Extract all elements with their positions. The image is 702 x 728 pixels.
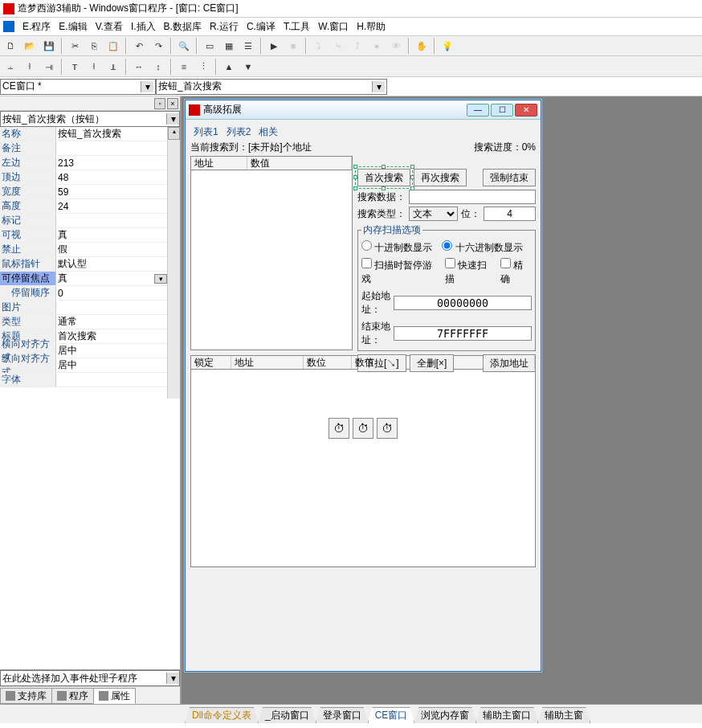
close-icon[interactable]: × (167, 98, 178, 109)
chevron-down-icon[interactable]: ▾ (166, 673, 179, 684)
property-value[interactable] (56, 373, 167, 387)
close-button[interactable]: ✕ (515, 104, 537, 117)
property-value[interactable]: 真 (56, 228, 167, 243)
start-addr-input[interactable] (394, 296, 532, 310)
lower-list-body[interactable]: ⏱ ⏱ ⏱ (190, 370, 536, 567)
menu-compile[interactable]: C.编译 (247, 20, 275, 34)
control-combo[interactable]: 按钮_首次搜索 ▾ (156, 79, 387, 95)
property-value[interactable] (56, 141, 167, 156)
tab-login-window[interactable]: 登录窗口 (316, 707, 369, 723)
child-window-titlebar[interactable]: 高级拓展 — ☐ ✕ (186, 100, 541, 120)
tab-list2[interactable]: 列表2 (227, 125, 251, 139)
run-icon[interactable]: ▶ (265, 37, 283, 55)
bring-front-icon[interactable]: ▲ (220, 58, 238, 76)
watch-icon[interactable]: 👁 (387, 37, 405, 55)
pin-icon[interactable]: ▫ (154, 98, 165, 109)
bits-input[interactable] (484, 207, 536, 221)
open-icon[interactable]: 📂 (21, 37, 39, 55)
breakpoint-icon[interactable]: ● (368, 37, 386, 55)
property-value[interactable]: 首次搜索 (56, 329, 167, 344)
col-lock[interactable]: 锁定 (191, 356, 231, 369)
tab-list1[interactable]: 列表1 (194, 125, 218, 139)
align-center-icon[interactable]: ⫲ (21, 58, 39, 76)
redo-icon[interactable]: ↷ (149, 37, 167, 55)
menu-program[interactable]: E.程序 (22, 20, 51, 34)
property-value[interactable] (56, 301, 167, 315)
tab-program[interactable]: 程序 (51, 688, 94, 704)
search-type-select[interactable]: 文本 (409, 207, 458, 221)
window-combo[interactable]: CE窗口 * ▾ (0, 79, 156, 95)
tab-ce-window[interactable]: CE窗口 (368, 707, 415, 723)
event-combo[interactable]: 在此处选择加入事件处理子程序 ▾ (0, 670, 180, 686)
hand-icon[interactable]: ✋ (413, 37, 431, 55)
stop-icon[interactable]: ■ (284, 37, 302, 55)
copy-icon[interactable]: ⎘ (85, 37, 103, 55)
align-left-icon[interactable]: ⫠ (2, 58, 19, 76)
undo-icon[interactable]: ↶ (130, 37, 148, 55)
step-into-icon[interactable]: ⤷ (329, 37, 347, 55)
col-digits[interactable]: 数位 (304, 356, 352, 369)
property-row[interactable]: 图片 (0, 301, 167, 315)
form-icon[interactable]: ▭ (201, 37, 218, 55)
property-value[interactable]: 0 (56, 286, 167, 301)
tab-startup-window[interactable]: _启动窗口 (258, 707, 316, 723)
property-value[interactable]: 48 (56, 170, 167, 185)
property-row[interactable]: 可停留焦点真▾ (0, 272, 167, 286)
property-grid[interactable]: 名称按钮_首次搜索备注左边213顶边48宽度59高度24标记可视真禁止假鼠标指针… (0, 127, 167, 399)
maximize-button[interactable]: ☐ (491, 104, 513, 117)
chevron-down-icon[interactable]: ▾ (154, 274, 167, 284)
property-row[interactable]: 字体 (0, 373, 167, 387)
property-object-combo[interactable]: 按钮_首次搜索（按钮） ▾ (0, 111, 180, 127)
col-address2[interactable]: 地址 (231, 356, 304, 369)
menu-insert[interactable]: I.插入 (131, 20, 156, 34)
step-out-icon[interactable]: ⤴ (349, 37, 366, 55)
property-row[interactable]: 禁止假 (0, 243, 167, 257)
property-row[interactable]: 宽度59 (0, 185, 167, 199)
menu-window[interactable]: W.窗口 (318, 20, 349, 34)
tab-assist-main2[interactable]: 辅助主窗 (537, 707, 590, 723)
scroll-up-icon[interactable]: ▴ (168, 127, 180, 140)
radio-decimal[interactable]: 十进制数显示 (361, 240, 432, 255)
property-row[interactable]: 高度24 (0, 199, 167, 214)
tab-support-lib[interactable]: 支持库 (0, 688, 52, 704)
property-row[interactable]: 可视真 (0, 228, 167, 243)
menu-tools[interactable]: T.工具 (284, 20, 310, 34)
tab-dll-def[interactable]: Dll命令定义表 (185, 707, 259, 723)
property-value[interactable]: 213 (56, 156, 167, 170)
property-row[interactable]: 备注 (0, 141, 167, 156)
align-top-icon[interactable]: ⫪ (66, 58, 84, 76)
dist-h-icon[interactable]: ≡ (175, 58, 193, 76)
timer-icon-2[interactable]: ⏱ (353, 418, 373, 439)
property-value[interactable]: 居中 (56, 344, 167, 358)
send-back-icon[interactable]: ▼ (239, 58, 257, 76)
align-bottom-icon[interactable]: ⫫ (104, 58, 122, 76)
menu-icon[interactable] (3, 21, 14, 32)
first-search-button[interactable]: 首次搜索 (357, 169, 410, 186)
property-value[interactable]: 59 (56, 185, 167, 199)
check-exact[interactable]: 精确 (500, 258, 532, 286)
cut-icon[interactable]: ✂ (66, 37, 84, 55)
paste-icon[interactable]: 📋 (104, 37, 122, 55)
tab-memory-browser[interactable]: 浏览内存窗 (414, 707, 476, 723)
tab-assist-main[interactable]: 辅助主窗口 (475, 707, 538, 723)
radio-hex[interactable]: 十六进制数显示 (442, 240, 522, 255)
dist-v-icon[interactable]: ⋮ (194, 58, 212, 76)
force-end-button[interactable]: 强制结束 (483, 169, 536, 186)
property-row[interactable]: 纵向对齐方式居中 (0, 358, 167, 373)
check-fast[interactable]: 快速扫描 (445, 258, 496, 286)
chevron-down-icon[interactable]: ▾ (166, 113, 179, 125)
col-value[interactable]: 数值 (247, 157, 352, 170)
menu-help[interactable]: H.帮助 (357, 20, 386, 34)
menu-view[interactable]: V.查看 (96, 20, 123, 34)
find-icon[interactable]: 🔍 (175, 37, 193, 55)
property-row[interactable]: 左边213 (0, 156, 167, 170)
col-address[interactable]: 地址 (191, 157, 247, 170)
check-pause[interactable]: 扫描时暂停游戏 (361, 258, 440, 286)
property-value[interactable]: 通常 (56, 315, 167, 329)
property-row[interactable]: 标记 (0, 214, 167, 228)
grid-icon[interactable]: ▦ (220, 37, 238, 55)
property-value[interactable]: 真▾ (56, 272, 167, 286)
timer-icon-3[interactable]: ⏱ (377, 418, 398, 439)
property-value[interactable] (56, 214, 167, 228)
chevron-down-icon[interactable]: ▾ (141, 81, 153, 92)
